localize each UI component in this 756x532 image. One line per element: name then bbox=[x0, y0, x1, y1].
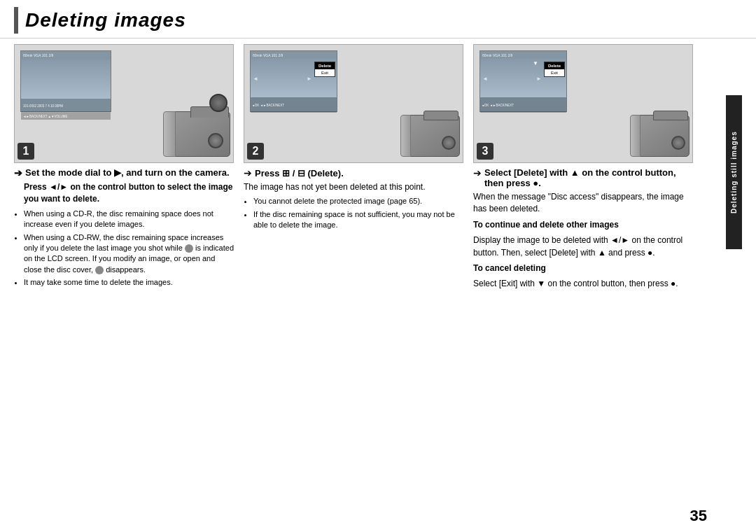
step3-header-text: Select [Delete] with ▲ on the control bu… bbox=[484, 167, 693, 188]
step-1-screen-bottom: 101-0002 2003 7 4 10:30PM bbox=[21, 99, 111, 113]
step-1-image: 60min VGA 101 2/9 101-0002 2003 7 4 10:3… bbox=[14, 44, 234, 163]
step2-delete-menu: Delete Exit bbox=[314, 62, 335, 77]
step3-menu-delete: Delete bbox=[545, 62, 564, 69]
step2-bullets: You cannot delete the protected image (p… bbox=[244, 196, 463, 230]
step2-menu-exit: Exit bbox=[315, 69, 335, 76]
step-3-col: 60min VGA 101 2/9 ◄ ► ▼ Delete Exit bbox=[473, 44, 693, 294]
step3-header-row: ➔ Select [Delete] with ▲ on the control … bbox=[473, 167, 693, 188]
step3-section2-title: To cancel deleting bbox=[473, 263, 546, 273]
step2-left-arrow: ◄ bbox=[253, 75, 258, 81]
step2-top-bar: 60min VGA 101 2/9 bbox=[251, 51, 337, 59]
step2-screen: 60min VGA 101 2/9 ◄ ► Delete Exit bbox=[250, 50, 337, 112]
step2-header-text: Press ⊞ / ⊟ (Delete). bbox=[255, 168, 344, 178]
step3-down-arrow: ▼ bbox=[533, 60, 538, 66]
step1-arrow: ➔ bbox=[14, 167, 22, 178]
step2-main: ◄ ► Delete Exit bbox=[251, 59, 337, 97]
step1-header-text: Set the mode dial to ▶, and turn on the … bbox=[25, 167, 230, 178]
step-1-screen-top: 60min VGA 101 2/9 bbox=[21, 51, 111, 59]
step3-section1-title: To continue and delete other images bbox=[473, 220, 619, 230]
step1-bullet-2: When using a CD-RW, the disc remaining s… bbox=[24, 232, 234, 276]
step2-camera-body bbox=[407, 115, 460, 157]
step2-icon-row: ➔ Press ⊞ / ⊟ (Delete). bbox=[244, 167, 463, 178]
step-2-number: 2 bbox=[247, 143, 264, 160]
step3-main: ◄ ► ▼ Delete Exit bbox=[480, 59, 566, 97]
step2-right-arrow: ► bbox=[307, 75, 312, 81]
step1-camera-body bbox=[171, 111, 230, 157]
step2-menu-delete: Delete bbox=[315, 62, 335, 69]
main-content: 60min VGA 101 2/9 101-0002 2003 7 4 10:3… bbox=[0, 44, 756, 301]
step2-grip bbox=[400, 115, 411, 157]
step3-section2-body: Select [Exit] with ▼ on the control butt… bbox=[473, 278, 693, 290]
step3-right-arrow: ► bbox=[536, 75, 542, 81]
step2-status: 60min VGA 101 2/9 bbox=[253, 53, 283, 57]
step1-control-button bbox=[208, 133, 223, 148]
step2-nav-bar: ●OK ◄►BACK/NEXT bbox=[251, 97, 337, 113]
step3-control-button bbox=[671, 136, 685, 150]
step1-nav-bar: ◄►BACK/NEXT ▲▼VOLUME bbox=[21, 113, 111, 120]
step1-bullets: When using a CD-R, the disc remaining sp… bbox=[14, 209, 234, 290]
step3-body: When the message "Disc access" disappear… bbox=[473, 191, 693, 294]
cd-rw-icon bbox=[185, 244, 193, 253]
sidebar: Deleting still images bbox=[700, 44, 742, 301]
page-title: Deleting images bbox=[25, 9, 186, 31]
step-1-screen-main bbox=[21, 59, 111, 99]
step2-nav: ●OK ◄►BACK/NEXT bbox=[253, 104, 284, 107]
step2-arrow: ➔ bbox=[244, 167, 252, 178]
step3-nav-bar: ●OK ◄►BACK/NEXT bbox=[480, 97, 566, 113]
step1-bullet-1: When using a CD-R, the disc remaining sp… bbox=[24, 209, 234, 230]
step3-arrow: ➔ bbox=[473, 167, 482, 178]
step-2-image: 60min VGA 101 2/9 ◄ ► Delete Exit bbox=[244, 44, 463, 163]
step2-body: The image has not yet been deleted at th… bbox=[244, 181, 463, 233]
step2-bullet-1: You cannot delete the protected image (p… bbox=[253, 196, 463, 206]
step3-nav: ●OK ◄►BACK/NEXT bbox=[482, 104, 514, 107]
step3-camera-top bbox=[653, 111, 688, 120]
step3-left-arrow: ◄ bbox=[482, 75, 488, 81]
main-area: 60min VGA 101 2/9 101-0002 2003 7 4 10:3… bbox=[14, 44, 700, 301]
step-3-image: 60min VGA 101 2/9 ◄ ► ▼ Delete Exit bbox=[473, 44, 693, 163]
step3-screen: 60min VGA 101 2/9 ◄ ► ▼ Delete Exit bbox=[479, 50, 567, 112]
sidebar-tab: Deleting still images bbox=[726, 95, 742, 249]
title-accent bbox=[14, 7, 18, 34]
step1-mode-dial bbox=[209, 94, 227, 112]
step3-body1: When the message "Disc access" disappear… bbox=[473, 191, 693, 216]
step1-date: 101-0002 2003 7 4 10:30PM bbox=[23, 104, 63, 108]
step3-grip bbox=[630, 115, 640, 157]
step1-bullet-3: It may take some time to delete the imag… bbox=[24, 277, 234, 288]
sidebar-label: Deleting still images bbox=[730, 132, 738, 214]
title-bar: Deleting images bbox=[0, 0, 756, 38]
step2-control-button bbox=[442, 136, 456, 150]
step2-bullet-2: If the disc remaining space is not suffi… bbox=[253, 209, 463, 231]
step-3-number: 3 bbox=[477, 143, 493, 160]
step3-status: 60min VGA 101 2/9 bbox=[482, 53, 512, 57]
step3-top-bar: 60min VGA 101 2/9 bbox=[480, 51, 566, 59]
step2-camera-top bbox=[424, 111, 458, 120]
step3-menu-exit: Exit bbox=[545, 69, 564, 76]
step-1-header: ➔ Set the mode dial to ▶, and turn on th… bbox=[14, 167, 234, 178]
step1-grip bbox=[163, 111, 176, 157]
step3-section1-body: Display the image to be deleted with ◄/►… bbox=[473, 234, 693, 259]
step1-subheader: Press ◄/► on the control button to selec… bbox=[24, 181, 234, 206]
steps-row: 60min VGA 101 2/9 101-0002 2003 7 4 10:3… bbox=[14, 44, 693, 294]
step-2-col: 60min VGA 101 2/9 ◄ ► Delete Exit bbox=[244, 44, 463, 294]
step1-nav: ◄►BACK/NEXT ▲▼VOLUME bbox=[23, 115, 68, 118]
step-1-screen: 60min VGA 101 2/9 101-0002 2003 7 4 10:3… bbox=[20, 50, 111, 112]
step3-camera-body bbox=[637, 115, 690, 157]
step-1-number: 1 bbox=[18, 143, 34, 160]
cd-rw-icon2 bbox=[95, 266, 104, 274]
step2-body1: The image has not yet been deleted at th… bbox=[244, 181, 463, 193]
step-1-col: 60min VGA 101 2/9 101-0002 2003 7 4 10:3… bbox=[14, 44, 234, 294]
step1-status: 60min VGA 101 2/9 bbox=[23, 53, 53, 57]
page-number: 35 bbox=[690, 507, 707, 525]
step3-delete-menu: Delete Exit bbox=[544, 62, 565, 77]
